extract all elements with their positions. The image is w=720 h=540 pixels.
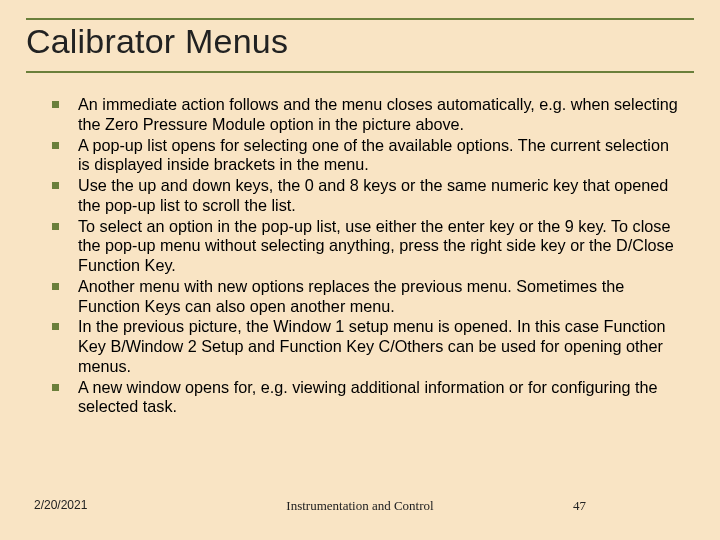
list-item: In the previous picture, the Window 1 se… <box>50 317 682 376</box>
list-item: Use the up and down keys, the 0 and 8 ke… <box>50 176 682 216</box>
page-title: Calibrator Menus <box>26 22 694 61</box>
list-item: Another menu with new options replaces t… <box>50 277 682 317</box>
bullet-list: An immediate action follows and the menu… <box>50 95 682 417</box>
slide-footer: 2/20/2021 Instrumentation and Control 47 <box>0 498 720 514</box>
list-item: A new window opens for, e.g. viewing add… <box>50 378 682 418</box>
list-item: An immediate action follows and the menu… <box>50 95 682 135</box>
title-rule-box: Calibrator Menus <box>26 18 694 73</box>
footer-title: Instrumentation and Control <box>0 498 720 514</box>
body-content: An immediate action follows and the menu… <box>26 95 694 417</box>
list-item: A pop-up list opens for selecting one of… <box>50 136 682 176</box>
slide: Calibrator Menus An immediate action fol… <box>0 0 720 540</box>
list-item: To select an option in the pop-up list, … <box>50 217 682 276</box>
